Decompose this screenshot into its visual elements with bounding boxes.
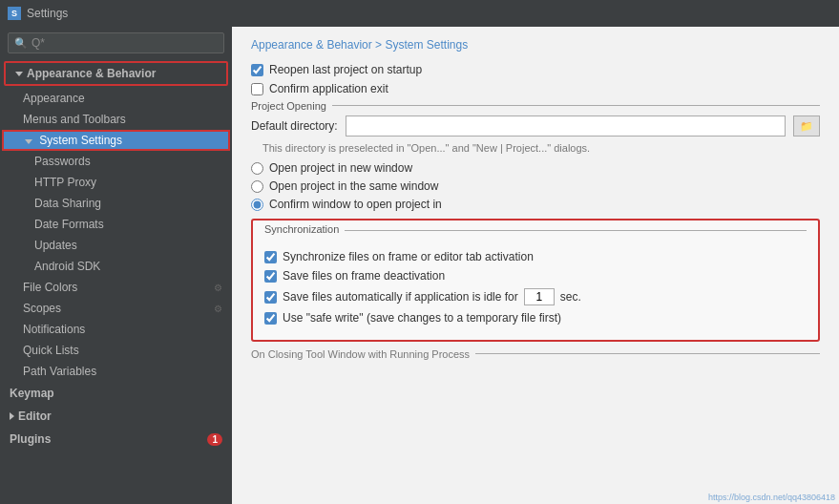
sidebar-item-file-colors[interactable]: File Colors ⚙ [0, 277, 232, 298]
title-bar: S Settings [0, 0, 839, 27]
confirm-window-row: Confirm window to open project in [251, 198, 820, 211]
project-opening-title: Project Opening [251, 100, 326, 112]
sync-files-label: Synchronize files on frame or editor tab… [283, 250, 534, 263]
safe-write-label: Use "safe write" (save changes to a temp… [283, 311, 561, 325]
breadcrumb-part1: Appearance & Behavior [251, 38, 372, 52]
sync-files-checkbox[interactable] [264, 251, 277, 263]
sidebar-item-path-variables[interactable]: Path Variables [0, 361, 232, 382]
confirm-window-radio[interactable] [251, 199, 263, 211]
open-new-window-label: Open project in new window [269, 161, 412, 175]
confirm-exit-label: Confirm application exit [269, 82, 388, 95]
save-files-idle-checkbox[interactable] [264, 291, 277, 304]
confirm-exit-checkbox[interactable] [251, 83, 263, 95]
sidebar-item-updates[interactable]: Updates [0, 235, 232, 256]
confirm-window-label: Confirm window to open project in [269, 198, 442, 211]
breadcrumb: Appearance & Behavior > System Settings [251, 38, 820, 52]
title-text: Settings [27, 7, 68, 20]
sidebar-item-menus-toolbars[interactable]: Menus and Toolbars [0, 109, 232, 130]
open-same-window-row: Open project in the same window [251, 179, 820, 193]
synchronization-box: Synchronization Synchronize files on fra… [251, 219, 820, 342]
safe-write-checkbox[interactable] [264, 312, 277, 325]
watermark: https://blog.csdn.net/qq43806418 [708, 493, 835, 502]
save-files-deact-row: Save files on frame deactivation [264, 269, 807, 283]
reopen-last-project-checkbox[interactable] [251, 64, 263, 76]
search-box[interactable]: 🔍 [8, 32, 224, 53]
open-new-window-radio[interactable] [251, 162, 263, 175]
closing-tool-window-title: On Closing Tool Window with Running Proc… [251, 348, 470, 360]
expand-icon [15, 72, 23, 76]
sidebar-item-notifications[interactable]: Notifications [0, 319, 232, 340]
open-new-window-row: Open project in new window [251, 161, 820, 175]
plugins-badge: 1 [207, 433, 222, 446]
content-area: Appearance & Behavior > System Settings … [232, 27, 839, 504]
search-input[interactable] [31, 36, 218, 50]
sidebar-item-android-sdk[interactable]: Android SDK [0, 256, 232, 277]
sync-section-title: Synchronization [264, 230, 807, 242]
breadcrumb-separator: > [375, 38, 385, 52]
reopen-last-project-row: Reopen last project on startup [251, 63, 820, 76]
breadcrumb-part2: System Settings [385, 38, 468, 52]
sidebar-group-appearance-behavior[interactable]: Appearance & Behavior [4, 61, 228, 86]
idle-time-input[interactable] [524, 288, 555, 305]
open-same-window-label: Open project in the same window [269, 179, 438, 193]
sidebar-item-data-sharing[interactable]: Data Sharing [0, 193, 232, 214]
app-icon: S [8, 7, 21, 20]
save-files-deact-checkbox[interactable] [264, 270, 277, 283]
sidebar-item-http-proxy[interactable]: HTTP Proxy [0, 172, 232, 193]
sidebar-item-system-settings[interactable]: System Settings [2, 130, 230, 151]
sidebar-item-scopes[interactable]: Scopes ⚙ [0, 298, 232, 319]
sidebar-item-quick-lists[interactable]: Quick Lists [0, 340, 232, 361]
save-files-idle-row: Save files automatically if application … [264, 288, 807, 305]
sec-label: sec. [560, 290, 581, 304]
search-icon: 🔍 [14, 37, 28, 50]
sidebar-group-editor[interactable]: Editor [0, 405, 232, 428]
sidebar-item-appearance[interactable]: Appearance [0, 88, 232, 109]
reopen-last-project-label: Reopen last project on startup [269, 63, 422, 76]
sidebar-group-keymap[interactable]: Keymap [0, 382, 232, 405]
expand-icon [25, 139, 32, 144]
confirm-exit-row: Confirm application exit [251, 82, 820, 95]
scopes-icon: ⚙ [214, 304, 222, 314]
open-same-window-radio[interactable] [251, 180, 263, 193]
editor-expand-icon [10, 412, 14, 420]
sidebar-item-passwords[interactable]: Passwords [0, 151, 232, 172]
save-files-deact-label: Save files on frame deactivation [283, 269, 445, 283]
sync-files-row: Synchronize files on frame or editor tab… [264, 250, 807, 263]
sidebar: 🔍 Appearance & Behavior Appearance Menus… [0, 27, 232, 504]
default-dir-label: Default directory: [251, 119, 338, 133]
directory-hint: This directory is preselected in "Open..… [262, 142, 820, 154]
sidebar-item-date-formats[interactable]: Date Formats [0, 214, 232, 235]
file-colors-icon: ⚙ [214, 283, 222, 293]
group-label: Appearance & Behavior [27, 67, 156, 80]
save-files-idle-label: Save files automatically if application … [283, 290, 518, 304]
safe-write-row: Use "safe write" (save changes to a temp… [264, 311, 807, 325]
sidebar-group-plugins[interactable]: Plugins 1 [0, 428, 232, 451]
